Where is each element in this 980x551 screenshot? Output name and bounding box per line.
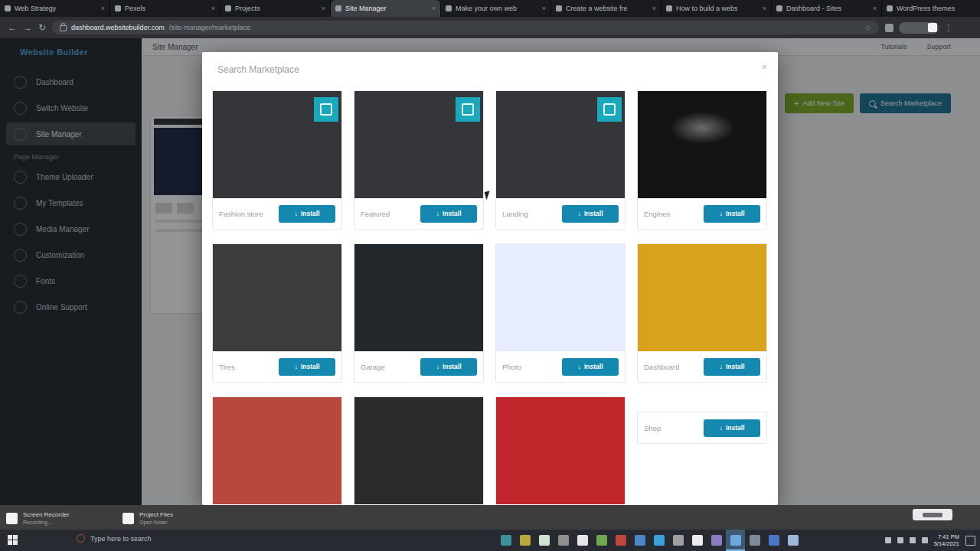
app-icon xyxy=(788,535,799,546)
taskbar-app-icon[interactable] xyxy=(707,530,726,551)
taskbar-app-icon[interactable] xyxy=(534,530,554,551)
taskbar-app-icon[interactable] xyxy=(668,530,688,551)
theme-card-footer: ↓Install xyxy=(496,504,625,505)
tab-close-icon[interactable]: × xyxy=(211,5,215,12)
app-icon xyxy=(577,535,588,546)
browser-menu-icon[interactable]: ⋮ xyxy=(944,23,952,33)
taskbar-app-icon[interactable] xyxy=(592,530,611,551)
tab-close-icon[interactable]: × xyxy=(652,5,656,12)
desktop-toast[interactable]: Project FilesOpen folder xyxy=(122,508,173,528)
theme-card[interactable]: Shop↓Install xyxy=(637,412,767,444)
tab-close-icon[interactable]: × xyxy=(873,5,877,12)
preview-eye-icon xyxy=(462,103,474,116)
preview-badge[interactable] xyxy=(456,97,480,122)
tab-favicon-icon xyxy=(776,5,782,11)
taskbar-app-icon[interactable] xyxy=(649,530,668,551)
theme-card-footer: Fashion store↓Install xyxy=(213,198,341,229)
theme-column: Fashion store↓InstallTires↓Install↓Insta… xyxy=(212,90,342,505)
theme-card[interactable]: Fashion store↓Install xyxy=(212,90,342,230)
close-icon[interactable]: × xyxy=(761,61,767,73)
desktop-toast[interactable]: Screen RecorderRecording… xyxy=(6,508,69,528)
tab-close-icon[interactable]: × xyxy=(322,5,325,12)
install-button[interactable]: ↓Install xyxy=(562,205,619,223)
taskbar-app-icon[interactable] xyxy=(611,530,630,551)
theme-card[interactable]: Dashboard↓Install xyxy=(637,243,767,383)
install-button-label: Install xyxy=(584,363,603,370)
browser-tab[interactable]: Dashboard - Sites× xyxy=(772,0,882,17)
theme-card[interactable]: Engines↓Install xyxy=(637,90,767,230)
browser-tab[interactable]: Pexels× xyxy=(110,0,220,17)
tray-volume-icon[interactable] xyxy=(910,537,916,543)
install-button[interactable]: ↓Install xyxy=(279,205,335,223)
recorder-pill-bar xyxy=(923,513,942,517)
theme-card[interactable]: Photo↓Install xyxy=(495,243,626,383)
tray-network-icon[interactable] xyxy=(897,537,903,543)
bookmark-star-icon[interactable]: ☆ xyxy=(864,24,871,32)
install-button[interactable]: ↓Install xyxy=(704,205,760,223)
install-button-label: Install xyxy=(443,363,462,370)
theme-preview-pink-banner-image xyxy=(213,397,341,504)
taskbar-clock[interactable]: 7:41 PM 5/14/2021 xyxy=(934,534,959,546)
tab-close-icon[interactable]: × xyxy=(763,5,766,12)
install-button[interactable]: ↓Install xyxy=(420,205,477,223)
taskbar-app-icon[interactable] xyxy=(496,530,515,551)
reload-icon[interactable]: ↻ xyxy=(38,23,46,32)
recorder-pill[interactable] xyxy=(913,509,952,520)
browser-tab[interactable]: WordPress themes× xyxy=(882,0,980,17)
clock-time: 7:41 PM xyxy=(938,534,959,540)
profile-chip[interactable] xyxy=(899,22,939,34)
preview-badge[interactable] xyxy=(597,97,622,122)
url-bar[interactable]: dashboard.websitebuilder.com /site-manag… xyxy=(52,21,879,34)
tray-chevron-icon[interactable] xyxy=(885,537,891,543)
theme-card-footer: Landing↓Install xyxy=(496,198,625,229)
cortana-icon xyxy=(77,534,85,543)
browser-tab[interactable]: Create a website fre× xyxy=(551,0,662,17)
theme-card[interactable]: ↓Install xyxy=(354,396,484,505)
preview-eye-icon xyxy=(603,103,616,116)
tab-close-icon[interactable]: × xyxy=(542,5,546,12)
forward-icon[interactable]: → xyxy=(23,23,32,32)
theme-card[interactable]: Tires↓Install xyxy=(212,243,342,383)
theme-card[interactable]: Landing↓Install xyxy=(495,90,626,230)
install-button[interactable]: ↓Install xyxy=(562,358,619,376)
theme-card[interactable]: ↓Install xyxy=(212,396,342,505)
browser-tab[interactable]: How to build a webs× xyxy=(662,0,772,17)
theme-name: Engines xyxy=(644,210,670,218)
install-button[interactable]: ↓Install xyxy=(704,419,760,437)
theme-card[interactable]: Featured↓Install xyxy=(354,90,484,230)
install-button[interactable]: ↓Install xyxy=(279,358,335,376)
app-icon xyxy=(730,535,741,546)
taskbar-app-icon[interactable] xyxy=(783,530,802,551)
theme-preview-engine-image xyxy=(638,91,766,198)
system-tray: 7:41 PM 5/14/2021 xyxy=(885,530,975,551)
taskbar-app-icon[interactable] xyxy=(573,530,592,551)
taskbar-search[interactable]: Type here to search xyxy=(77,534,152,543)
browser-tab[interactable]: Make your own web× xyxy=(441,0,551,17)
theme-name: Tires xyxy=(219,363,235,371)
theme-column: Engines↓InstallDashboard↓InstallShop↓Ins… xyxy=(637,90,767,444)
tab-close-icon[interactable]: × xyxy=(432,5,436,12)
theme-card[interactable]: ↓Install xyxy=(495,396,626,505)
tab-close-icon[interactable]: × xyxy=(101,5,105,12)
install-button[interactable]: ↓Install xyxy=(420,358,477,376)
back-icon[interactable]: ← xyxy=(8,23,17,32)
notification-center-icon[interactable] xyxy=(965,536,975,546)
windows-start-button[interactable] xyxy=(8,535,18,545)
taskbar-app-icon[interactable] xyxy=(726,530,745,551)
taskbar-app-icon[interactable] xyxy=(554,530,573,551)
taskbar-app-icon[interactable] xyxy=(745,530,764,551)
browser-tab[interactable]: Site Manager× xyxy=(331,0,441,17)
taskbar-app-icon[interactable] xyxy=(688,530,707,551)
browser-tab[interactable]: Projects× xyxy=(220,0,331,17)
install-button[interactable]: ↓Install xyxy=(704,358,760,376)
toast-app-icon xyxy=(6,513,18,524)
preview-badge[interactable] xyxy=(314,97,338,122)
tray-language-icon[interactable] xyxy=(922,537,928,543)
taskbar-app-icon[interactable] xyxy=(764,530,783,551)
extension-icon[interactable] xyxy=(885,24,893,32)
browser-tab[interactable]: Web Strategy× xyxy=(0,0,110,17)
theme-card[interactable]: Garage↓Install xyxy=(354,243,484,383)
taskbar-app-icon[interactable] xyxy=(515,530,534,551)
taskbar-search-text: Type here to search xyxy=(90,535,152,543)
taskbar-app-icon[interactable] xyxy=(630,530,649,551)
